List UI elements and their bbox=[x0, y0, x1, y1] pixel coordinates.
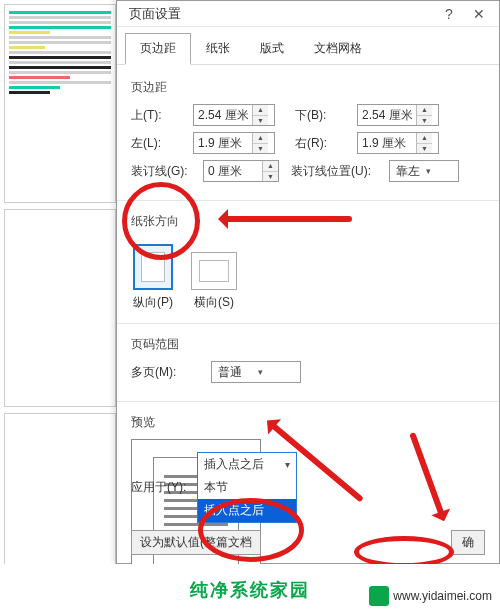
dialog-titlebar: 页面设置 ? ✕ bbox=[117, 1, 499, 27]
left-margin-field[interactable] bbox=[194, 133, 252, 153]
pages-section: 页码范围 多页(M): 普通 ▾ bbox=[117, 328, 499, 397]
gutter-pos-label: 装订线位置(U): bbox=[291, 163, 383, 180]
multipage-value: 普通 bbox=[218, 364, 255, 381]
left-margin-input[interactable]: ▲▼ bbox=[193, 132, 275, 154]
orientation-section: 纸张方向 纵向(P) 横向(S) bbox=[117, 205, 499, 319]
doc-thumbnail bbox=[4, 4, 116, 203]
help-button[interactable]: ? bbox=[435, 4, 463, 24]
multipage-label: 多页(M): bbox=[131, 364, 191, 381]
spin-up-icon[interactable]: ▲ bbox=[253, 133, 268, 144]
spin-down-icon[interactable]: ▼ bbox=[253, 116, 268, 126]
bottom-margin-input[interactable]: ▲▼ bbox=[357, 104, 439, 126]
dialog-title: 页面设置 bbox=[123, 5, 435, 23]
spin-down-icon[interactable]: ▼ bbox=[417, 144, 432, 154]
watermark-brand: 纯净系统家园 bbox=[190, 578, 310, 602]
margins-section: 页边距 上(T): ▲▼ 下(B): ▲▼ 左(L): ▲▼ 右(R): ▲▼ bbox=[117, 65, 499, 196]
gutter-input[interactable]: ▲▼ bbox=[203, 160, 279, 182]
spin-up-icon[interactable]: ▲ bbox=[253, 105, 268, 116]
watermark-url: www.yidaimei.com bbox=[393, 589, 492, 603]
chevron-down-icon: ▾ bbox=[255, 367, 298, 377]
orientation-landscape[interactable]: 横向(S) bbox=[191, 252, 237, 311]
watermark-logo-icon bbox=[369, 586, 389, 606]
watermark-footer: 纯净系统家园 www.yidaimei.com bbox=[0, 564, 500, 616]
apply-to-row: 应用于(Y): 插入点之后 本节 插入点之后 bbox=[117, 446, 499, 529]
doc-thumbnail bbox=[4, 209, 116, 408]
background-thumbnails bbox=[0, 0, 120, 616]
tab-margins[interactable]: 页边距 bbox=[125, 33, 191, 65]
spin-up-icon[interactable]: ▲ bbox=[417, 105, 432, 116]
preview-heading: 预览 bbox=[131, 414, 485, 431]
spin-down-icon[interactable]: ▼ bbox=[253, 144, 268, 154]
top-margin-field[interactable] bbox=[194, 105, 252, 125]
landscape-icon bbox=[191, 252, 237, 290]
dialog-button-row: 设为默认值(整篇文档 确 bbox=[117, 526, 499, 559]
top-margin-label: 上(T): bbox=[131, 107, 187, 124]
right-margin-label: 右(R): bbox=[295, 135, 351, 152]
apply-to-selected[interactable]: 插入点之后 bbox=[198, 453, 296, 476]
apply-to-label: 应用于(Y): bbox=[131, 479, 191, 496]
top-margin-input[interactable]: ▲▼ bbox=[193, 104, 275, 126]
left-margin-label: 左(L): bbox=[131, 135, 187, 152]
close-button[interactable]: ✕ bbox=[465, 4, 493, 24]
page-setup-dialog: 页面设置 ? ✕ 页边距 纸张 版式 文档网格 页边距 上(T): ▲▼ 下(B… bbox=[116, 0, 500, 564]
right-margin-field[interactable] bbox=[358, 133, 416, 153]
orientation-portrait[interactable]: 纵向(P) bbox=[133, 244, 173, 311]
tab-bar: 页边距 纸张 版式 文档网格 bbox=[117, 27, 499, 65]
tab-grid[interactable]: 文档网格 bbox=[299, 33, 377, 64]
bottom-margin-label: 下(B): bbox=[295, 107, 351, 124]
gutter-label: 装订线(G): bbox=[131, 163, 197, 180]
gutter-pos-select[interactable]: 靠左 ▾ bbox=[389, 160, 459, 182]
pages-heading: 页码范围 bbox=[131, 336, 485, 353]
gutter-field[interactable] bbox=[204, 161, 262, 181]
apply-option[interactable]: 本节 bbox=[198, 476, 296, 499]
multipage-select[interactable]: 普通 ▾ bbox=[211, 361, 301, 383]
orientation-heading: 纸张方向 bbox=[131, 213, 485, 230]
spin-up-icon[interactable]: ▲ bbox=[417, 133, 432, 144]
ok-button[interactable]: 确 bbox=[451, 530, 485, 555]
right-margin-input[interactable]: ▲▼ bbox=[357, 132, 439, 154]
apply-to-select[interactable]: 插入点之后 本节 插入点之后 bbox=[197, 452, 297, 523]
spin-down-icon[interactable]: ▼ bbox=[263, 172, 278, 182]
watermark-site: www.yidaimei.com bbox=[369, 586, 492, 606]
landscape-label: 横向(S) bbox=[194, 294, 234, 311]
bottom-margin-field[interactable] bbox=[358, 105, 416, 125]
spin-up-icon[interactable]: ▲ bbox=[263, 161, 278, 172]
portrait-label: 纵向(P) bbox=[133, 294, 173, 311]
gutter-pos-value: 靠左 bbox=[396, 163, 423, 180]
set-default-button[interactable]: 设为默认值(整篇文档 bbox=[131, 530, 261, 555]
margins-heading: 页边距 bbox=[131, 79, 485, 96]
tab-paper[interactable]: 纸张 bbox=[191, 33, 245, 64]
spin-down-icon[interactable]: ▼ bbox=[417, 116, 432, 126]
portrait-icon bbox=[133, 244, 173, 290]
tab-layout[interactable]: 版式 bbox=[245, 33, 299, 64]
chevron-down-icon: ▾ bbox=[423, 166, 456, 176]
apply-option-highlighted[interactable]: 插入点之后 bbox=[198, 499, 296, 522]
